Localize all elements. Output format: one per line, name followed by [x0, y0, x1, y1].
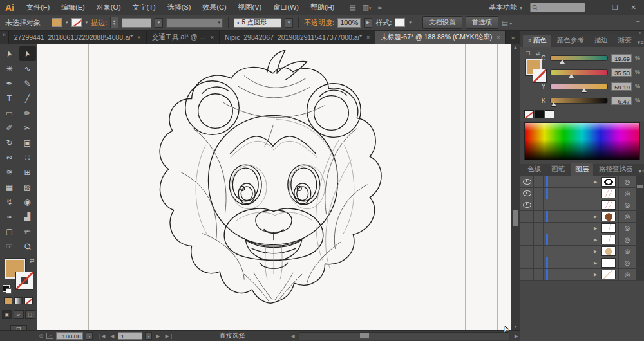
fill-color-swatch[interactable] — [52, 18, 62, 27]
opacity-field[interactable]: 100% — [337, 18, 361, 28]
layers-scrollbar[interactable] — [636, 188, 644, 199]
export-icon[interactable]: ↗ — [46, 333, 54, 339]
menu-select[interactable]: 选择(S) — [162, 3, 197, 12]
visibility-toggle[interactable] — [520, 269, 534, 280]
stroke-proxy-swatch[interactable] — [15, 272, 33, 290]
draw-behind-button[interactable]: ▱ — [14, 310, 24, 319]
scroll-left-icon[interactable]: ◀ — [289, 333, 296, 339]
gpu-performance-icon[interactable]: ≈ — [378, 4, 382, 12]
target-icon[interactable]: ◎ — [618, 234, 636, 245]
document-tab-1[interactable]: 27299441_20180613220208854088.ai*× — [9, 31, 147, 44]
symbol-sprayer-tool[interactable]: ≋ — [1, 165, 18, 180]
artboard-dropdown-icon[interactable]: ▾ — [145, 332, 152, 340]
menu-window[interactable]: 窗口(W) — [267, 3, 305, 12]
horizontal-scrollbar[interactable] — [299, 332, 509, 340]
stroke-color-swatch[interactable] — [71, 18, 82, 27]
stroke-dropdown-icon[interactable]: ▾ — [86, 20, 88, 25]
layer-row[interactable]: ▶ ◎ — [520, 223, 644, 234]
layer-row[interactable]: ▶ ◎ — [520, 246, 644, 257]
search-input[interactable]: Ϙ — [530, 3, 585, 12]
rectangle-tool[interactable]: ▭ — [1, 106, 18, 120]
visibility-toggle[interactable] — [520, 234, 534, 245]
visibility-toggle[interactable] — [520, 211, 534, 222]
expand-triangle-icon[interactable]: ▶ — [594, 249, 600, 254]
yellow-value-field[interactable]: 59.19 — [611, 82, 632, 91]
default-fill-stroke-icon[interactable] — [3, 285, 10, 292]
swap-fill-stroke-icon[interactable]: ⇄ — [536, 51, 540, 57]
pencil-tool[interactable]: ✐ — [1, 120, 18, 135]
tab-close-icon[interactable]: × — [497, 34, 500, 41]
layer-thumbnail[interactable] — [601, 270, 616, 279]
document-tab-3[interactable]: Nipic_29842067_20190829115417377000.ai*× — [220, 31, 375, 44]
lock-cell[interactable] — [534, 223, 544, 234]
symbol-screener-tool[interactable]: ≈ — [1, 209, 18, 224]
tab-overflow-icon[interactable]: » — [506, 31, 520, 44]
layer-thumbnail[interactable] — [601, 200, 616, 210]
fill-dropdown-icon[interactable]: ▾ — [66, 20, 68, 25]
brush-definition-dropdown[interactable]: ▾ — [285, 18, 293, 28]
line-segment-tool[interactable]: ╱ — [19, 91, 36, 106]
layer-thumbnail[interactable] — [601, 223, 616, 233]
swap-fill-stroke-icon[interactable]: ⇄ — [30, 257, 35, 264]
artboard-number-field[interactable]: 1 — [118, 332, 142, 340]
layer-thumbnail[interactable] — [601, 212, 616, 221]
layer-thumbnail[interactable] — [601, 189, 616, 198]
layers-scrollbar[interactable] — [636, 211, 644, 222]
panel-menu-icon[interactable]: ▾≡ — [638, 39, 644, 47]
zoom-level-field[interactable]: 188.88 — [56, 332, 83, 340]
visibility-toggle[interactable] — [520, 223, 534, 234]
lock-cell[interactable] — [534, 211, 544, 222]
visibility-toggle[interactable] — [520, 176, 534, 187]
rotate-tool[interactable]: ↻ — [1, 135, 18, 150]
lock-cell[interactable] — [534, 188, 544, 199]
arrange-documents-icon[interactable]: ▤ — [349, 3, 355, 12]
opacity-panel-link[interactable]: 不透明度: — [304, 18, 334, 28]
slider-handle[interactable] — [560, 60, 565, 64]
tab-color-guide[interactable]: 颜色参考 — [553, 35, 589, 47]
scroll-right-icon[interactable]: ▶ — [513, 333, 520, 339]
canvas[interactable] — [37, 44, 511, 330]
workspace-switcher[interactable]: 基本功能▾ — [489, 3, 522, 12]
last-artboard-button[interactable]: ▶❘ — [164, 333, 175, 339]
layers-scrollbar[interactable] — [636, 199, 644, 210]
tab-swatches[interactable]: 色板 — [523, 163, 545, 176]
layer-thumbnail[interactable] — [601, 177, 616, 187]
expand-triangle-icon[interactable]: ▶ — [594, 272, 600, 277]
lock-cell[interactable] — [534, 234, 544, 245]
layer-row[interactable]: ▶ ◎ — [520, 269, 644, 281]
type-tool[interactable]: T — [1, 91, 18, 106]
menu-help[interactable]: 帮助(H) — [305, 3, 340, 12]
target-icon[interactable]: ◎ — [618, 246, 636, 257]
slider-handle[interactable] — [569, 74, 574, 78]
none-button[interactable] — [24, 297, 33, 304]
preferences-button[interactable]: 首选项 — [466, 16, 499, 29]
target-icon[interactable]: ◎ — [618, 211, 636, 222]
document-tab-4-active[interactable]: 未标题-67* @ 188.88% (CMYK/轮廓)× — [375, 31, 506, 44]
stroke-weight-field[interactable] — [122, 18, 151, 28]
color-button[interactable] — [4, 297, 12, 304]
visibility-toggle[interactable] — [520, 199, 534, 210]
column-graph-tool[interactable]: ▟ — [19, 209, 36, 224]
layers-scrollbar[interactable] — [636, 234, 644, 245]
black-slider[interactable] — [550, 98, 608, 104]
menu-edit[interactable]: 编辑(E) — [55, 3, 91, 12]
black-swatch[interactable] — [535, 110, 544, 118]
cyan-value-field[interactable]: 19.69 — [611, 54, 632, 62]
draw-inside-button[interactable]: ▢ — [25, 310, 35, 319]
expand-triangle-icon[interactable]: ▶ — [594, 214, 600, 219]
tab-close-icon[interactable]: × — [211, 34, 214, 41]
menu-effect[interactable]: 效果(C) — [196, 3, 232, 12]
style-swatch[interactable] — [395, 18, 405, 27]
puppet-warp-tool[interactable]: ∷ — [19, 150, 36, 165]
variable-width-profile-select[interactable]: ▾ — [166, 18, 223, 28]
close-button[interactable]: ✕ — [629, 4, 639, 11]
eyedropper-tool[interactable]: ↯ — [1, 194, 18, 209]
lock-cell[interactable] — [534, 269, 544, 280]
tab-layers[interactable]: 图层 — [571, 163, 593, 176]
yellow-slider[interactable] — [550, 84, 608, 89]
copy-swatch-icon[interactable]: ❐ — [526, 51, 530, 57]
stroke-weight-stepper[interactable]: ▲▼ — [110, 17, 118, 28]
tab-gradient[interactable]: 渐变 — [614, 35, 636, 47]
layout-icon[interactable]: ▥▾ — [363, 3, 372, 12]
layers-scrollbar[interactable] — [636, 176, 644, 187]
